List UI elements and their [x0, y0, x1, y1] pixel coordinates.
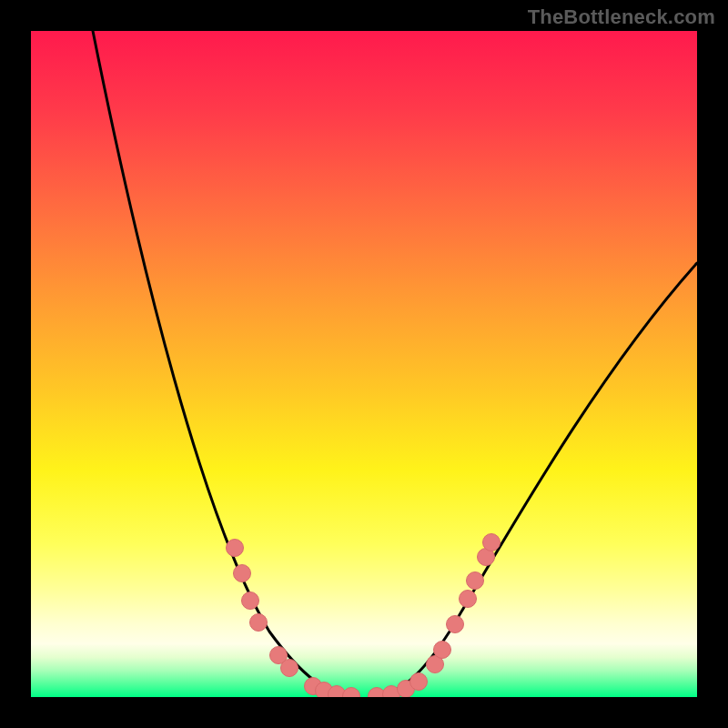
data-marker: [281, 660, 298, 677]
data-marker: [434, 642, 451, 659]
left-curve: [93, 31, 351, 697]
data-marker: [483, 534, 500, 551]
data-marker: [250, 614, 268, 632]
chart-frame: TheBottleneck.com: [0, 0, 728, 728]
right-curve: [377, 263, 697, 697]
markers-left: [227, 540, 360, 698]
data-marker: [234, 565, 251, 582]
curve-paths: [93, 31, 697, 697]
data-marker: [242, 592, 259, 610]
data-marker: [460, 591, 477, 608]
watermark-text: TheBottleneck.com: [528, 5, 715, 29]
plot-area: [31, 31, 697, 697]
data-marker: [410, 673, 428, 691]
data-marker: [227, 540, 244, 557]
data-marker: [343, 688, 360, 698]
data-marker: [447, 616, 464, 633]
data-marker: [467, 572, 484, 590]
curve-layer: [31, 31, 697, 697]
markers-right: [369, 534, 500, 698]
